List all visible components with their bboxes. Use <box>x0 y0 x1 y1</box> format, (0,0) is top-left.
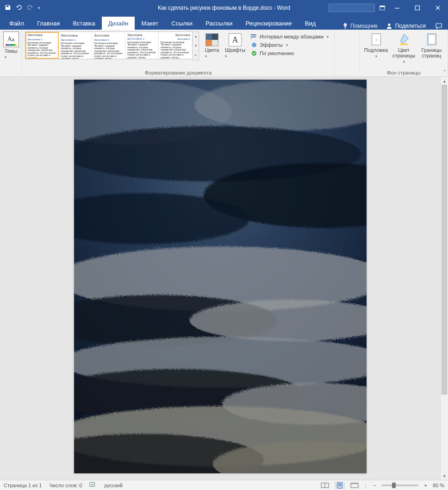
page-color-label: Цвет страницы <box>392 47 415 58</box>
tell-me-help[interactable]: Помощник <box>342 23 378 29</box>
fonts-icon: A <box>229 33 242 46</box>
status-language[interactable]: русский <box>104 483 122 488</box>
share-button[interactable]: Поделиться <box>386 23 426 29</box>
paragraph-spacing-button[interactable]: Интервал между абзацами▾ <box>251 33 329 40</box>
page-color-button[interactable]: Цвет страницы▾ <box>391 31 417 64</box>
view-web-layout-icon[interactable] <box>349 482 360 489</box>
document-formatting-options: Интервал между абзацами▾ Эффекты▾ По умо… <box>248 31 331 58</box>
watermark-button[interactable]: A Подложка▾ <box>363 31 389 64</box>
paragraph-spacing-label: Интервал между абзацами <box>260 34 324 39</box>
tab-insert[interactable]: Вставка <box>66 17 101 30</box>
collapse-ribbon-icon[interactable]: ˄ <box>443 69 446 75</box>
page-borders-label: Границы страниц <box>419 47 445 58</box>
effects-icon <box>251 42 257 48</box>
style-set-item[interactable]: Заголовок Заголовок 1 Коллекция на вклад… <box>25 32 59 59</box>
svg-rect-9 <box>399 44 408 45</box>
style-set-item[interactable]: Заголовок Заголовок 1 Коллекция на вклад… <box>92 32 125 59</box>
status-separator: │ <box>364 483 367 488</box>
title-bar: ▾ Как сделать рисунок фоновым в Ворде.do… <box>0 0 448 16</box>
qat-more-icon[interactable]: ▾ <box>38 6 40 10</box>
scroll-up-icon[interactable]: ▴ <box>441 77 448 85</box>
svg-rect-10 <box>427 34 436 45</box>
tab-layout[interactable]: Макет <box>135 17 165 30</box>
themes-icon: Aa <box>3 31 19 47</box>
zoom-out-button[interactable]: − <box>372 483 377 488</box>
scroll-thumb[interactable] <box>442 85 447 395</box>
style-set-gallery: Заголовок Заголовок 1 Коллекция на вклад… <box>25 31 199 60</box>
zoom-level[interactable]: 80 % <box>433 483 444 488</box>
zoom-slider-thumb[interactable] <box>392 483 396 488</box>
group-document-formatting: Заголовок Заголовок 1 Коллекция на вклад… <box>22 30 335 76</box>
redo-icon[interactable] <box>27 4 33 12</box>
svg-rect-31 <box>337 483 342 488</box>
fonts-label: Шрифты▾ <box>225 47 245 58</box>
tab-view[interactable]: Вид <box>299 17 323 30</box>
svg-rect-36 <box>351 483 358 484</box>
save-icon[interactable] <box>5 4 11 12</box>
status-page[interactable]: Страница 1 из 1 <box>4 483 42 488</box>
tab-file[interactable]: Файл <box>3 17 31 30</box>
gallery-scroll-down-icon[interactable]: ▾ <box>193 41 199 50</box>
group-themes: Aa Темы▾ <box>0 30 22 76</box>
page-borders-icon <box>425 32 439 46</box>
scroll-track[interactable] <box>441 85 448 472</box>
status-bar: Страница 1 из 1 Число слов: 0 русский │ … <box>0 480 448 490</box>
tab-home[interactable]: Главная <box>31 17 66 30</box>
view-print-layout-icon[interactable] <box>335 482 345 489</box>
tab-mailings[interactable]: Рассылки <box>199 17 239 30</box>
maximize-button[interactable] <box>407 0 428 16</box>
minimize-button[interactable] <box>387 0 407 16</box>
style-set-item[interactable]: Заголовок Заголовок 1 Коллекция на вклад… <box>59 32 92 59</box>
colors-icon <box>205 33 218 46</box>
fonts-button[interactable]: A Шрифты▾ <box>225 31 245 58</box>
tab-references[interactable]: Ссылки <box>165 17 199 30</box>
view-read-mode-icon[interactable] <box>320 482 330 489</box>
themes-button[interactable]: Aa Темы▾ <box>2 31 20 59</box>
comments-icon[interactable] <box>434 22 443 30</box>
set-default-icon <box>251 50 257 57</box>
tab-design[interactable]: Дизайн <box>102 17 135 30</box>
zoom-in-button[interactable]: + <box>423 483 428 488</box>
style-gallery-scroll: ▴ ▾ ≡ <box>193 31 199 60</box>
document-page <box>74 80 367 473</box>
status-word-count[interactable]: Число слов: 0 <box>49 483 82 488</box>
watermark-icon: A <box>369 32 383 46</box>
svg-rect-3 <box>416 6 420 10</box>
group-page-background-label: Фон страницы <box>387 69 421 75</box>
set-default-button[interactable]: По умолчанию <box>251 50 329 57</box>
gallery-expand-icon[interactable]: ≡ <box>193 51 199 60</box>
svg-rect-27 <box>74 80 367 473</box>
themes-label: Темы▾ <box>5 48 18 59</box>
account-name-box[interactable] <box>329 4 375 12</box>
colors-button[interactable]: Цвета▾ <box>202 31 222 58</box>
svg-rect-2 <box>395 8 399 8</box>
undo-icon[interactable] <box>16 4 22 12</box>
zoom-slider[interactable] <box>381 484 418 486</box>
colors-label: Цвета▾ <box>205 47 219 58</box>
window-title: Как сделать рисунок фоновым в Ворде.docx… <box>158 5 290 11</box>
svg-rect-1 <box>380 6 385 7</box>
ribbon-tabs: Файл Главная Вставка Дизайн Макет Ссылки… <box>0 16 448 30</box>
group-page-background: A Подложка▾ Цвет страницы▾ Границы стран… <box>360 30 448 76</box>
style-set-item[interactable]: Заголовок Заголовок 1 Коллекция на вклад… <box>159 32 192 59</box>
tab-review[interactable]: Рецензирование <box>239 17 298 30</box>
style-set-item[interactable]: Заголовок Заголовок 1 Коллекция на вклад… <box>125 32 159 59</box>
tell-me-label: Помощник <box>350 23 378 29</box>
document-area: ▴ ▾ <box>0 77 448 480</box>
quick-access-toolbar: ▾ <box>0 4 40 12</box>
page-borders-button[interactable]: Границы страниц <box>419 31 445 64</box>
scroll-down-icon[interactable]: ▾ <box>441 472 448 480</box>
document-canvas[interactable] <box>0 77 440 480</box>
effects-label: Эффекты <box>260 42 283 48</box>
ribbon: Aa Темы▾ Заголовок Заголовок 1 Коллекция… <box>0 30 448 77</box>
group-doc-formatting-label: Форматирование документа <box>145 69 212 75</box>
ribbon-display-options-icon[interactable] <box>378 5 387 11</box>
gallery-scroll-up-icon[interactable]: ▴ <box>193 32 199 41</box>
spellcheck-icon[interactable] <box>89 482 97 489</box>
close-button[interactable] <box>428 0 448 16</box>
effects-button[interactable]: Эффекты▾ <box>251 42 329 48</box>
watermark-label: Подложка <box>364 47 388 53</box>
vertical-scrollbar[interactable]: ▴ ▾ <box>440 77 448 480</box>
window-controls <box>387 0 448 16</box>
share-label: Поделиться <box>395 23 426 29</box>
